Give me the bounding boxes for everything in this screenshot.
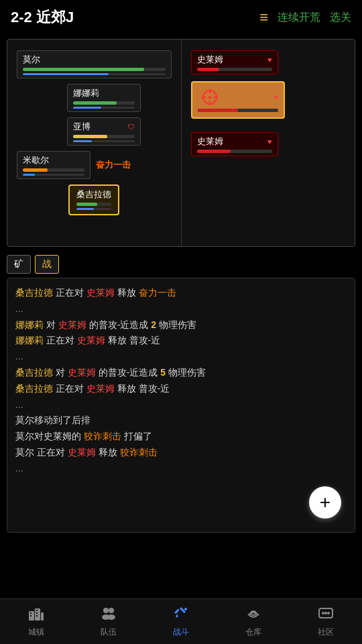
nav-item-community[interactable]: 社区	[290, 606, 362, 638]
char-card-nananli: 娜娜莉	[67, 84, 141, 112]
nav-label-team: 队伍	[101, 627, 117, 638]
svg-rect-9	[30, 612, 32, 614]
active-hp-fill	[76, 203, 97, 206]
hp-bar-moer	[23, 68, 166, 71]
mp-fill-moer	[23, 73, 109, 75]
svg-rect-11	[36, 610, 38, 611]
char-card-miegel: 米歇尔	[17, 151, 90, 179]
right-chars: 史莱姆 ♥	[186, 45, 351, 241]
nav-label-battle: 战斗	[173, 627, 189, 638]
svg-rect-12	[36, 612, 38, 614]
log-line-5: 桑吉拉德 正在对 史莱姆 释放 普攻-近	[15, 381, 347, 397]
svg-point-17	[107, 614, 115, 620]
mp-fill-nananli	[73, 107, 101, 109]
hp-fill-nananli	[73, 101, 116, 105]
enemy-card-2-active: ♥	[191, 81, 285, 119]
svg-rect-19	[180, 607, 186, 613]
svg-rect-18	[174, 608, 180, 614]
enemy-name-1: 史莱姆	[197, 54, 223, 66]
active-char-name: 桑吉拉德	[76, 189, 111, 201]
active-char-card: 桑吉拉德	[68, 184, 119, 215]
enemy-card-3: 史莱姆 ♥	[191, 132, 278, 156]
svg-rect-10	[30, 615, 32, 616]
shield-icon-yabo: 🛡	[127, 123, 135, 131]
char-name-moer: 莫尔	[23, 54, 40, 66]
enemy-hp-fill-1	[197, 68, 220, 71]
mp-fill-miegel	[23, 174, 35, 176]
mp-bar-yabo	[73, 140, 135, 142]
nav-item-city[interactable]: 城镇	[0, 606, 72, 638]
enemy-hp-bar-2	[198, 109, 278, 112]
tabs-area: 矿 战	[0, 251, 362, 278]
log-area: 桑吉拉德 正在对 史莱姆 释放 奋力一击 ... 娜娜莉 对 史莱姆 的普攻-近…	[7, 278, 355, 533]
enemy-hp-fill-3	[197, 150, 231, 153]
svg-marker-20	[176, 614, 178, 618]
svg-rect-8	[41, 612, 44, 621]
char-name-yabo: 亚博	[73, 121, 90, 133]
battle-area: 莫尔 娜娜莉	[7, 39, 355, 247]
log-line-4: 桑吉拉德 对 史莱姆 的普攻-近造成 5 物理伤害	[15, 365, 347, 381]
community-icon	[317, 606, 335, 625]
row-miegel: 米歇尔 奋力一击	[17, 151, 172, 179]
city-icon	[27, 606, 45, 625]
tab-battle[interactable]: 战	[35, 255, 59, 274]
continuous-btn[interactable]: 连续开荒	[278, 11, 320, 25]
menu-icon[interactable]: ≡	[259, 9, 268, 26]
enemy-card-1: 史莱姆 ♥	[191, 50, 278, 74]
hp-bar-miegel	[23, 168, 84, 172]
hp-fill-moer	[23, 68, 144, 71]
char-card-yabo: 亚博 🛡	[67, 117, 141, 146]
log-line-6: 莫尔移动到了后排	[15, 413, 347, 429]
nav-item-battle[interactable]: 战斗	[145, 606, 217, 638]
svg-point-5	[208, 96, 211, 99]
hp-fill-miegel	[23, 168, 48, 172]
fab-button[interactable]: +	[309, 486, 341, 519]
nav-label-community: 社区	[318, 627, 334, 638]
hp-fill-yabo	[73, 135, 107, 138]
log-ellipsis-3: ...	[15, 397, 347, 413]
battle-nav-icon	[172, 606, 190, 625]
heart-icon-2: ♥	[274, 93, 278, 101]
close-btn[interactable]: 选关	[330, 11, 351, 25]
hp-bar-nananli	[73, 101, 135, 105]
enemy-hp-bar-1	[197, 68, 272, 71]
tab-mine[interactable]: 矿	[7, 255, 31, 274]
mp-fill-yabo	[73, 140, 92, 142]
left-team-panel: 莫尔 娜娜莉	[7, 40, 182, 246]
crosshair-icon	[198, 88, 222, 107]
mp-bar-moer	[23, 73, 166, 75]
svg-point-15	[109, 608, 114, 613]
active-mp-fill	[76, 208, 94, 210]
mp-bar-nananli	[73, 107, 135, 109]
svg-point-25	[324, 612, 327, 614]
active-mp-bar	[76, 208, 111, 210]
left-chars: 莫尔 娜娜莉	[11, 45, 177, 241]
nav-label-warehouse: 仓库	[245, 627, 261, 638]
nav-label-city: 城镇	[28, 627, 44, 638]
right-team-panel: 史莱姆 ♥	[182, 40, 355, 246]
enemy-name-3: 史莱姆	[197, 136, 223, 148]
char-name-nananli: 娜娜莉	[73, 87, 99, 99]
mp-bar-miegel	[23, 174, 84, 176]
nav-item-team[interactable]: 队伍	[72, 606, 145, 638]
char-card-moer: 莫尔	[17, 50, 172, 78]
team-icon	[100, 606, 117, 625]
log-line-7: 莫尔对史莱姆的 狡诈刺击 打偏了	[15, 429, 347, 445]
svg-point-26	[327, 612, 330, 614]
header: 2-2 近郊J ≡ 连续开荒 选关	[0, 0, 362, 35]
header-actions: ≡ 连续开荒 选关	[259, 9, 351, 26]
svg-point-24	[322, 612, 324, 614]
heart-icon-3: ♥	[267, 138, 272, 146]
heart-icon-1: ♥	[267, 56, 272, 64]
active-hp-bar	[76, 203, 111, 206]
enemy-hp-fill-2	[198, 109, 238, 112]
svg-rect-13	[36, 615, 38, 616]
warehouse-icon	[245, 606, 262, 625]
log-line-3: 娜娜莉 正在对 史莱姆 释放 普攻-近	[15, 333, 347, 349]
skill-label: 奋力一击	[96, 159, 133, 171]
nav-item-warehouse[interactable]: 仓库	[217, 606, 290, 638]
log-line-8: 莫尔 正在对 史莱姆 释放 狡诈刺击	[15, 445, 347, 461]
svg-point-21	[184, 608, 187, 610]
enemy-hp-bar-3	[197, 150, 272, 153]
svg-point-14	[103, 608, 109, 613]
